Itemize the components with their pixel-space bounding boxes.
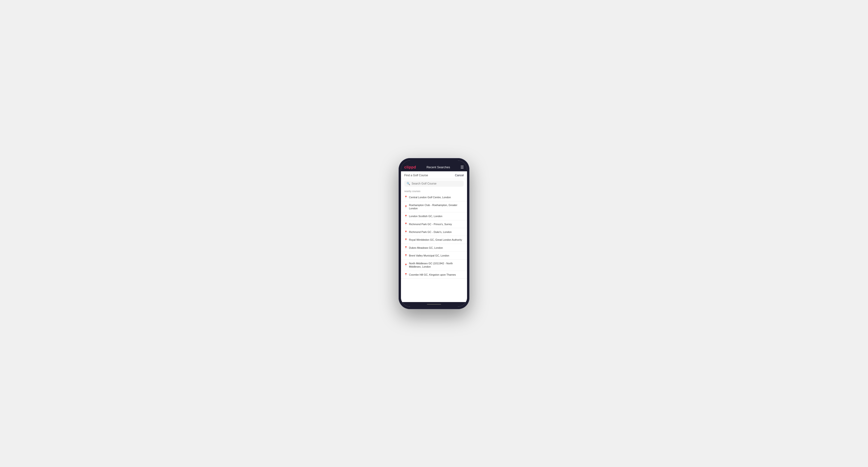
list-item[interactable]: 📍Richmond Park GC - Duke's, London [401,228,467,236]
pin-icon: 📍 [404,215,407,218]
pin-icon: 📍 [404,196,407,199]
find-label: Find a Golf Course [404,174,428,177]
course-list: 📍Central London Golf Centre, London📍Roeh… [401,193,467,302]
app-logo: clippd [404,165,416,169]
home-bar [427,304,441,305]
pin-icon: 📍 [404,263,407,267]
search-input-wrap: 🔍 [404,181,464,187]
search-input[interactable] [411,182,461,185]
list-item[interactable]: 📍North Middlesex GC (1011942 - North Mid… [401,259,467,271]
list-item[interactable]: 📍Richmond Park GC - Prince's, Surrey [401,220,467,228]
hamburger-icon[interactable]: ☰ [460,165,464,169]
course-name: Roehampton Club - Roehampton, Greater Lo… [409,204,464,210]
course-name: Royal Wimbledon GC, Great London Authori… [409,238,462,241]
course-name: Dukes Meadows GC, London [409,246,443,249]
list-item[interactable]: 📍Brent Valley Municipal GC, London [401,252,467,259]
pin-icon: 📍 [404,222,407,226]
find-bar: Find a Golf Course Cancel [401,171,467,179]
list-item[interactable]: 📍Roehampton Club - Roehampton, Greater L… [401,201,467,213]
list-item[interactable]: 📍Royal Wimbledon GC, Great London Author… [401,236,467,244]
course-name: North Middlesex GC (1011942 - North Midd… [409,262,464,269]
course-name: London Scottish GC, London [409,215,442,218]
page-title: Recent Searches [427,165,450,169]
pin-icon: 📍 [404,273,407,276]
pin-icon: 📍 [404,205,407,208]
search-icon: 🔍 [407,182,410,185]
search-box: 🔍 [401,179,467,189]
app-header: clippd Recent Searches ☰ [401,163,467,171]
status-bar [401,160,467,163]
pin-icon: 📍 [404,230,407,234]
phone-frame: clippd Recent Searches ☰ Find a Golf Cou… [399,158,469,309]
course-name: Richmond Park GC - Prince's, Surrey [409,222,452,226]
screen-content: Find a Golf Course Cancel 🔍 Nearby cours… [401,171,467,302]
list-item[interactable]: 📍Central London Golf Centre, London [401,193,467,201]
course-name: Coombe Hill GC, Kingston upon Thames [409,273,456,276]
pin-icon: 📍 [404,254,407,257]
course-name: Central London Golf Centre, London [409,196,451,199]
list-item[interactable]: 📍Dukes Meadows GC, London [401,244,467,252]
phone-screen: clippd Recent Searches ☰ Find a Golf Cou… [401,160,467,307]
nearby-label: Nearby courses [401,189,467,193]
pin-icon: 📍 [404,246,407,249]
pin-icon: 📍 [404,238,407,241]
course-name: Richmond Park GC - Duke's, London [409,230,452,234]
home-indicator [401,302,467,307]
list-item[interactable]: 📍London Scottish GC, London [401,212,467,220]
course-name: Brent Valley Municipal GC, London [409,254,449,257]
cancel-button[interactable]: Cancel [455,174,464,177]
list-item[interactable]: 📍Coombe Hill GC, Kingston upon Thames [401,271,467,279]
